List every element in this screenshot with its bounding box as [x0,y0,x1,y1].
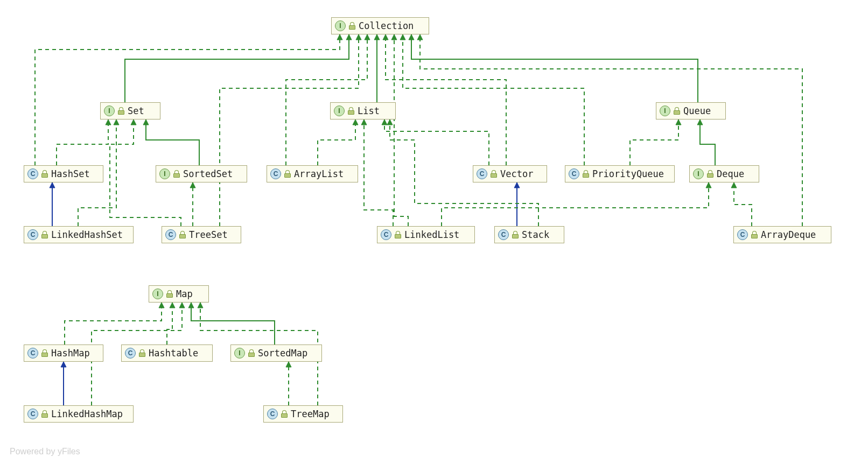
edge-LinkedList-to-Deque [442,182,709,226]
node-deque[interactable]: IDeque [689,165,759,182]
node-label: SortedMap [258,348,307,358]
lock-icon [248,349,255,357]
node-map[interactable]: IMap [149,285,209,303]
node-label: Deque [717,168,744,179]
node-label: LinkedHashSet [51,229,123,240]
node-label: Hashtable [149,348,198,358]
class-icon: C [27,409,38,419]
edge-HashSet-to-Collection [35,34,340,165]
node-linkedlist[interactable]: CLinkedList [377,226,475,243]
node-treeset[interactable]: CTreeSet [162,226,241,243]
node-queue[interactable]: IQueue [656,102,726,119]
node-label: TreeSet [189,229,228,240]
class-icon: C [267,409,278,419]
lock-icon [179,231,186,238]
class-icon: C [737,229,748,240]
node-list[interactable]: IList [330,102,396,119]
lock-icon [41,410,48,418]
node-label: Collection [359,20,414,31]
edge-ArrayList-to-Collection [286,34,367,165]
edge-ArrayDeque-to-Deque [734,182,752,226]
class-icon: C [381,229,391,240]
lock-icon [41,349,48,357]
lock-icon [173,170,180,178]
class-icon: C [27,348,38,358]
node-hashmap[interactable]: CHashMap [24,345,103,362]
node-arraylist[interactable]: CArrayList [267,165,358,182]
node-label: HashMap [51,348,90,358]
node-label: Set [128,106,144,116]
edge-LinkedList-to-Collection [394,34,408,226]
lock-icon [349,22,355,30]
edge-Vector-to-List [384,119,489,165]
node-hashset[interactable]: CHashSet [24,165,103,182]
edge-SortedMap-to-Map [191,303,275,345]
edge-ArrayList-to-List [318,119,355,165]
edge-Vector-to-Collection [386,34,506,165]
node-linkedhashmap[interactable]: CLinkedHashMap [24,405,134,423]
interface-icon: I [159,168,170,179]
class-icon: C [569,168,579,179]
node-label: Map [176,289,193,299]
lock-icon [118,107,124,115]
interface-icon: I [693,168,704,179]
edge-Hashtable-to-Map [167,303,172,345]
node-label: TreeMap [291,409,330,419]
lock-icon [491,170,497,178]
node-label: LinkedHashMap [51,409,123,419]
edge-ArrayDeque-to-Collection [420,34,802,226]
node-priorityqueue[interactable]: CPriorityQueue [565,165,675,182]
node-sortedset[interactable]: ISortedSet [156,165,247,182]
node-stack[interactable]: CStack [494,226,564,243]
footer-attribution: Powered by yFiles [10,447,80,456]
lock-icon [284,170,291,178]
lock-icon [348,107,354,115]
lock-icon [41,231,48,238]
interface-icon: I [660,106,670,116]
lock-icon [281,410,288,418]
lock-icon [166,290,173,298]
node-label: List [358,106,380,116]
lock-icon [395,231,401,238]
node-label: Vector [500,168,533,179]
node-label: ArrayList [294,168,344,179]
class-icon: C [270,168,281,179]
interface-icon: I [334,106,345,116]
node-collection[interactable]: ICollection [331,17,429,34]
edge-HashMap-to-Map [65,303,162,345]
lock-icon [512,231,519,238]
node-label: ArrayDeque [761,229,816,240]
edge-PriorityQueue-to-Queue [630,119,678,165]
lock-icon [41,170,48,178]
edge-HashSet-to-Set [57,119,108,165]
node-label: LinkedList [404,229,459,240]
node-label: SortedSet [183,168,233,179]
class-icon: C [27,168,38,179]
lock-icon [583,170,589,178]
edge-TreeSet-to-Collection [220,34,359,226]
lock-icon [139,349,145,357]
node-set[interactable]: ISet [100,102,160,119]
node-vector[interactable]: CVector [473,165,547,182]
node-linkedhashset[interactable]: CLinkedHashSet [24,226,134,243]
node-label: PriorityQueue [592,168,664,179]
edge-PriorityQueue-to-Collection [403,34,584,165]
node-sortedmap[interactable]: ISortedMap [230,345,322,362]
node-label: HashSet [51,168,90,179]
node-treemap[interactable]: CTreeMap [263,405,343,423]
class-icon: C [165,229,176,240]
interface-icon: I [104,106,115,116]
edge-Deque-to-Queue [700,119,715,165]
lock-icon [751,231,758,238]
node-arraydeque[interactable]: CArrayDeque [733,226,831,243]
node-label: Queue [683,106,711,116]
class-icon: C [27,229,38,240]
node-hashtable[interactable]: CHashtable [121,345,213,362]
interface-icon: I [335,20,346,31]
class-icon: C [498,229,509,240]
interface-icon: I [152,289,163,299]
edge-Set-to-Collection [125,34,349,102]
class-icon: C [125,348,136,358]
lock-icon [707,170,713,178]
edge-SortedSet-to-Set [146,119,199,165]
